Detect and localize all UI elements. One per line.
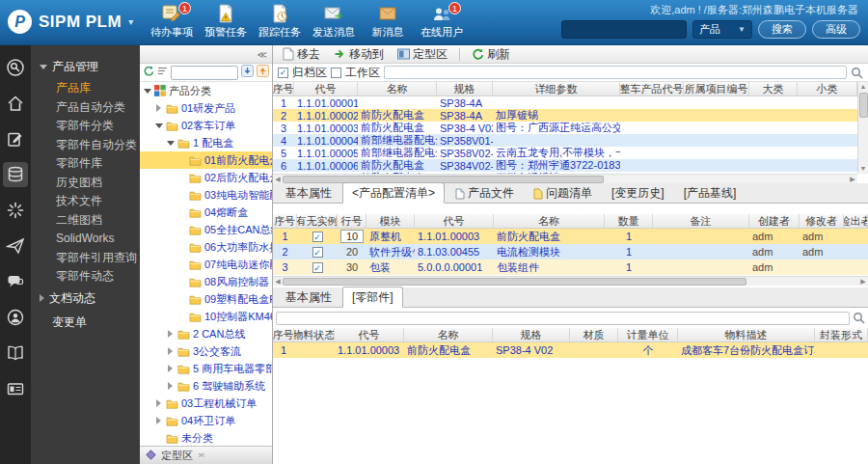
- tree-node[interactable]: 07纯电动迷你配电盒: [140, 256, 272, 273]
- tree-filter-input[interactable]: [171, 66, 238, 80]
- strip-home-icon[interactable]: [3, 91, 28, 116]
- vertical-scrollbar[interactable]: ▲ ▼: [857, 82, 868, 174]
- collapse-panel-icon[interactable]: ≪: [258, 49, 267, 60]
- column-header[interactable]: 行号: [338, 214, 366, 228]
- tree-expander-icon[interactable]: [166, 365, 175, 372]
- column-header[interactable]: 规格: [437, 82, 493, 96]
- tree-node[interactable]: 08风扇控制器: [140, 273, 272, 290]
- column-header[interactable]: 所属项目编号: [684, 82, 749, 96]
- tree-node[interactable]: 05全挂CAN总线防火配电盒: [140, 221, 272, 238]
- tree-node[interactable]: 02客车订单: [140, 117, 272, 134]
- scroll-left-icon[interactable]: ◀: [273, 277, 283, 287]
- tree-node[interactable]: 产品分类: [140, 82, 272, 99]
- tree-node[interactable]: 10控制器KM4658: [140, 308, 272, 325]
- table-row[interactable]: 11.1.01.00003前防火配电盒SP38-4 V02个成都客车7台份防火配…: [273, 342, 868, 358]
- column-header[interactable]: 数量: [605, 214, 653, 228]
- remove-button[interactable]: 移去: [278, 45, 325, 63]
- scroll-right-icon[interactable]: ▶: [858, 277, 868, 287]
- sidebar-section-变更单[interactable]: 变更单: [31, 311, 140, 335]
- row-checkbox[interactable]: ✓: [312, 262, 323, 273]
- finalize-area-bar[interactable]: 定型区 ≍: [140, 446, 272, 464]
- tree-node[interactable]: 5 商用车电器零部件: [140, 360, 272, 377]
- tree-node[interactable]: 03工程机械订单: [140, 395, 272, 412]
- refresh-button[interactable]: 刷新: [467, 45, 515, 63]
- tree-expander-icon[interactable]: [166, 330, 175, 338]
- tree-expander-icon[interactable]: [143, 89, 151, 94]
- move-to-button[interactable]: 移动到: [329, 45, 389, 63]
- tree-node[interactable]: 09塑料配电盒PD0401: [140, 290, 272, 308]
- part-tab-1[interactable]: [零部件]: [342, 287, 403, 308]
- table-row[interactable]: 3✓30包装5.0.0.0.00001包装组件1adm: [273, 259, 868, 275]
- column-header[interactable]: 创建者: [749, 214, 800, 228]
- search-button[interactable]: 搜索: [758, 20, 806, 39]
- search-category-select[interactable]: 产品 ▼: [692, 20, 752, 39]
- locate-down-button[interactable]: [241, 65, 254, 80]
- detail-tab-3[interactable]: 问题清单: [525, 184, 601, 203]
- tree-node[interactable]: 未分类: [140, 429, 272, 446]
- part-tab-0[interactable]: 基本属性: [277, 288, 340, 307]
- app-logo[interactable]: P SIPM PLM ▾: [8, 10, 133, 34]
- sidebar-item-零部件动态[interactable]: 零部件动态: [31, 267, 140, 287]
- tree-expander-icon[interactable]: [154, 399, 163, 407]
- scroll-up-icon[interactable]: ▲: [860, 82, 867, 92]
- tree-expander-icon[interactable]: [166, 347, 175, 355]
- column-header[interactable]: 名称: [358, 82, 437, 96]
- tree-refresh-icon[interactable]: [143, 66, 154, 80]
- sidebar-item-零部件库[interactable]: 零部件库: [31, 154, 140, 174]
- column-header[interactable]: 代号: [294, 82, 358, 96]
- column-header[interactable]: 计量单位: [618, 328, 678, 341]
- column-header[interactable]: 代号: [335, 328, 404, 341]
- scrollbar-thumb[interactable]: [283, 176, 604, 183]
- tree-expander-icon[interactable]: [166, 141, 175, 146]
- sidebar-item-SolidWorks[interactable]: SolidWorks: [31, 230, 140, 249]
- sidebar-section-产品管理[interactable]: 产品管理: [31, 55, 140, 79]
- workspace-checkbox[interactable]: [331, 68, 341, 78]
- sidebar-section-文档动态[interactable]: 文档动态: [31, 287, 140, 311]
- tree-node[interactable]: 3公交客流: [140, 342, 272, 360]
- detail-tab-5[interactable]: [产品基线]: [675, 184, 746, 203]
- detail-tab-1[interactable]: <产品配置清单>: [342, 182, 445, 204]
- column-header[interactable]: 材质: [570, 328, 618, 341]
- scrollbar-thumb[interactable]: [283, 278, 746, 286]
- sidebar-item-零部件引用查询[interactable]: 零部件引用查询: [31, 249, 140, 268]
- row-checkbox[interactable]: ✓: [312, 247, 323, 258]
- nav-item-online-users[interactable]: 在线用户1: [415, 4, 469, 40]
- column-header[interactable]: 备注: [653, 214, 749, 228]
- column-header[interactable]: 序号: [273, 328, 294, 341]
- strip-spinner-icon[interactable]: [3, 198, 28, 223]
- tree-sort-icon[interactable]: [157, 66, 168, 79]
- strip-chat-icon[interactable]: [3, 269, 28, 294]
- row-checkbox[interactable]: ✓: [312, 232, 323, 242]
- column-header[interactable]: 整车产品代号: [620, 82, 684, 96]
- archive-area-checkbox[interactable]: ✓: [278, 68, 288, 78]
- search-icon[interactable]: [853, 312, 865, 324]
- part-search-input[interactable]: [276, 312, 850, 325]
- tree-node[interactable]: 04环卫订单: [140, 412, 272, 429]
- tree-expander-icon[interactable]: [154, 417, 163, 424]
- column-header[interactable]: 小类: [798, 82, 857, 96]
- column-header[interactable]: 名称: [494, 214, 605, 228]
- tree-node[interactable]: 04熔断盒: [140, 204, 272, 221]
- tree-node[interactable]: 2 CAN总线: [140, 325, 272, 342]
- strip-brand-icon[interactable]: [3, 55, 28, 80]
- table-row[interactable]: 1✓10原整机1.1.01.00003前防火配电盒1admadm: [273, 229, 868, 244]
- strip-book-icon[interactable]: [3, 341, 28, 366]
- strip-database-icon[interactable]: [3, 162, 28, 187]
- column-header[interactable]: 模块: [366, 214, 415, 228]
- column-header[interactable]: 序号: [273, 82, 294, 96]
- scrollbar-thumb[interactable]: [859, 93, 868, 118]
- column-header[interactable]: 封装形式: [815, 328, 868, 341]
- product-filter-input[interactable]: [384, 66, 847, 79]
- column-header[interactable]: 物料状态: [294, 328, 335, 341]
- detail-tab-4[interactable]: [变更历史]: [603, 184, 673, 203]
- column-header[interactable]: 检出者: [844, 214, 868, 228]
- column-header[interactable]: 修改者: [800, 214, 844, 228]
- sidebar-item-产品库[interactable]: 产品库: [31, 79, 140, 98]
- scroll-down-icon[interactable]: ▼: [860, 164, 867, 174]
- nav-item-send-message[interactable]: 发送消息: [307, 4, 361, 40]
- strip-support-icon[interactable]: [3, 305, 28, 330]
- horizontal-scrollbar[interactable]: ◀ ▶: [273, 276, 868, 286]
- locate-up-button[interactable]: [257, 65, 269, 80]
- finalize-area-button[interactable]: 定型区: [393, 45, 452, 63]
- tree-node[interactable]: 01研发产品: [140, 99, 272, 117]
